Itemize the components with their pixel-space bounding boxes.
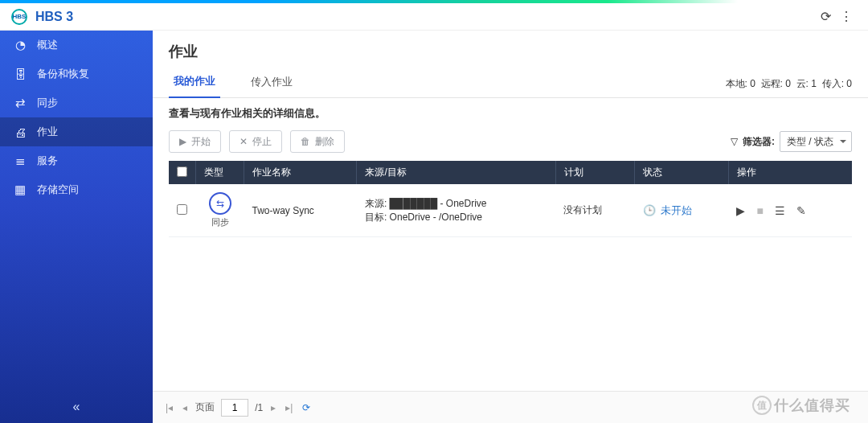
first-page-icon[interactable]: |◂ [164,402,174,413]
tab-incoming-jobs[interactable]: 传入作业 [246,68,297,97]
sidebar-item-storage[interactable]: ▦ 存储空间 [0,175,153,204]
dashboard-icon: ◔ [13,38,27,52]
more-icon[interactable]: ⋮ [836,9,857,24]
services-icon: ≣ [13,154,27,168]
prev-page-icon[interactable]: ◂ [181,402,189,413]
delete-button[interactable]: 🗑 删除 [290,130,345,153]
page-total: /1 [255,402,263,413]
trash-icon: 🗑 [301,136,310,147]
main-panel: 作业 我的作业 传入作业 本地: 0 远程: 0 云: 1 传入: 0 查看与现… [153,31,868,423]
sidebar-collapse-icon[interactable]: « [0,391,153,423]
sync-type-icon: ⇆ [209,192,231,215]
row-checkbox[interactable] [177,204,187,215]
app-logo-icon: HBS [11,9,27,25]
job-source: 来源: ███████ - OneDrive [365,197,547,211]
sidebar-item-label: 同步 [37,96,58,110]
play-icon: ▶ [179,136,186,147]
sidebar-item-label: 作业 [37,125,58,139]
stop-icon[interactable]: ■ [756,204,763,217]
run-icon[interactable]: ▶ [736,204,745,217]
tab-my-jobs[interactable]: 我的作业 [169,68,220,98]
start-button[interactable]: ▶ 开始 [169,130,221,153]
col-plan: 计划 [555,161,634,184]
job-dest: 目标: OneDrive - /OneDrive [365,211,547,224]
sidebar-item-jobs[interactable]: 🖨 作业 [0,117,153,146]
backup-icon: 🗄 [13,68,27,81]
last-page-icon[interactable]: ▸| [284,402,294,413]
close-icon: ✕ [240,136,248,147]
stop-button[interactable]: ✕ 停止 [229,130,282,153]
job-counts: 本地: 0 远程: 0 云: 1 传入: 0 [726,77,852,97]
jobs-icon: 🖨 [13,125,27,139]
watermark-badge: 值 [752,396,772,415]
type-label: 同步 [204,216,236,228]
sidebar: ◔ 概述 🗄 备份和恢复 ⇄ 同步 🖨 作业 ≣ 服务 ▦ 存储空间 « [0,31,153,423]
refresh-icon[interactable]: ⟳ [815,9,836,24]
edit-icon[interactable]: ✎ [796,204,806,217]
sync-icon: ⇄ [13,96,27,110]
next-page-icon[interactable]: ▸ [269,402,277,413]
app-title: HBS 3 [35,10,73,24]
table-row[interactable]: ⇆ 同步 Two-way Sync 来源: ███████ - OneDrive… [169,184,852,237]
log-icon[interactable]: ☰ [775,204,785,217]
jobs-table: 类型 作业名称 来源/目标 计划 状态 操作 ⇆ 同步 [169,161,852,237]
sidebar-item-overview[interactable]: ◔ 概述 [0,31,153,60]
col-status: 状态 [635,161,729,184]
row-actions: ▶ ■ ☰ ✎ [736,204,844,217]
sidebar-item-label: 服务 [37,154,58,168]
tabs: 我的作业 传入作业 本地: 0 远程: 0 云: 1 传入: 0 [153,68,868,98]
pager-refresh-icon[interactable]: ⟳ [301,402,312,413]
page-title: 作业 [153,31,868,68]
title-bar: HBS HBS 3 ⟳ ⋮ [0,3,868,31]
filter-label: 筛选器: [743,135,775,149]
select-all-checkbox[interactable] [177,166,187,177]
page-description: 查看与现有作业相关的详细信息。 [153,98,868,125]
job-plan: 没有计划 [555,184,634,237]
sidebar-item-backup[interactable]: 🗄 备份和恢复 [0,60,153,88]
sidebar-item-sync[interactable]: ⇄ 同步 [0,88,153,117]
filter-select[interactable]: 类型 / 状态 [780,131,852,152]
sidebar-item-label: 备份和恢复 [37,67,89,81]
toolbar: ▶ 开始 ✕ 停止 🗑 删除 ▽ 筛选器: 类型 / 状态 [153,125,868,161]
col-ops: 操作 [728,161,852,184]
job-status: 🕒 未开始 [643,203,721,218]
filter-icon: ▽ [731,136,738,147]
col-name: 作业名称 [244,161,357,184]
storage-icon: ▦ [13,183,27,197]
sidebar-item-label: 存储空间 [37,183,79,197]
col-src: 来源/目标 [357,161,555,184]
watermark-text: 什么值得买 [774,396,850,415]
sidebar-item-label: 概述 [37,38,58,52]
page-input[interactable] [221,399,248,417]
col-type: 类型 [196,161,244,184]
job-name: Two-way Sync [244,184,357,237]
clock-icon: 🕒 [643,204,656,216]
sidebar-item-services[interactable]: ≣ 服务 [0,146,153,175]
page-label: 页面 [195,400,215,414]
